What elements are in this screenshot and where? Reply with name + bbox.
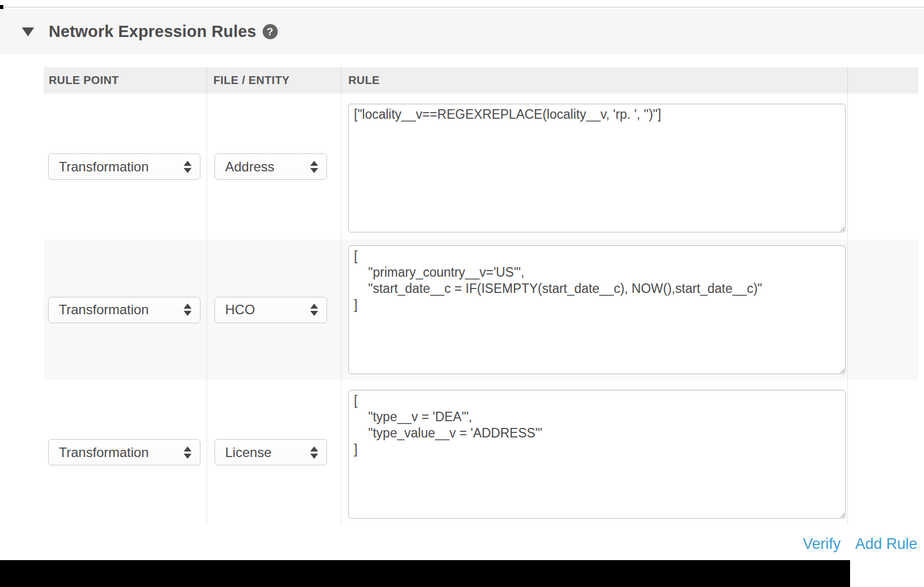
column-header-file-entity: FILE / ENTITY [207, 67, 342, 94]
select-stepper-icon [310, 304, 318, 316]
select-stepper-icon [184, 161, 192, 173]
file-entity-select[interactable]: Address [214, 153, 327, 180]
network-expression-rules-page: Network Expression Rules ? RULE POINT FI… [0, 0, 924, 587]
rule-point-select-value: Transformation [59, 159, 149, 175]
file-entity-select[interactable]: License [214, 439, 327, 465]
top-divider-strip [0, 0, 924, 8]
rule-expression-textarea[interactable]: [ "type__v = 'DEA'", "type_value__v = 'A… [348, 390, 846, 519]
file-entity-cell: Address [207, 94, 342, 240]
rule-point-cell: Transformation [44, 240, 207, 380]
rule-point-select[interactable]: Transformation [48, 153, 200, 180]
rule-expression-textarea[interactable]: [ "primary_country__v='US'", "start_date… [348, 245, 846, 374]
rule-point-select-value: Transformation [59, 445, 149, 460]
verify-link[interactable]: Verify [802, 535, 841, 553]
rule-point-select-value: Transformation [59, 302, 149, 318]
column-header-empty [848, 67, 918, 94]
file-entity-select[interactable]: HCO [214, 297, 327, 323]
rule-cell: [ "type__v = 'DEA'", "type_value__v = 'A… [342, 380, 848, 525]
rule-point-select[interactable]: Transformation [48, 297, 200, 323]
row-action-cell [848, 380, 918, 525]
select-stepper-icon [184, 304, 192, 316]
section-title: Network Expression Rules [49, 22, 256, 41]
select-stepper-icon [310, 446, 318, 459]
collapse-triangle-icon[interactable] [22, 27, 34, 36]
file-entity-cell: License [207, 380, 342, 525]
table-header-row: RULE POINT FILE / ENTITY RULE [44, 67, 918, 94]
column-header-rule-point: RULE POINT [44, 67, 207, 94]
file-entity-select-value: HCO [225, 302, 255, 318]
expression-rules-table: RULE POINT FILE / ENTITY RULE Transforma… [44, 67, 918, 525]
row-action-cell [848, 94, 918, 240]
row-action-cell [848, 240, 918, 380]
rule-point-cell: Transformation [44, 380, 207, 525]
table-row: Transformation License [ [44, 380, 918, 525]
file-entity-select-value: Address [225, 159, 274, 175]
file-entity-cell: HCO [207, 240, 342, 380]
rule-point-cell: Transformation [44, 94, 207, 240]
table-body: Transformation Address ["lo [44, 94, 918, 525]
add-rule-link[interactable]: Add Rule [855, 535, 917, 553]
file-entity-select-value: License [225, 445, 272, 460]
column-header-rule: RULE [342, 67, 848, 94]
bottom-bar [0, 560, 850, 587]
table-row: Transformation Address ["lo [44, 94, 918, 240]
rule-cell: [ "primary_country__v='US'", "start_date… [342, 240, 848, 380]
rule-cell: ["locality__v==REGEXREPLACE(locality__v,… [342, 94, 848, 240]
rule-expression-textarea[interactable]: ["locality__v==REGEXREPLACE(locality__v,… [348, 104, 846, 232]
table-row: Transformation HCO [ "p [44, 240, 918, 380]
select-stepper-icon [184, 446, 192, 459]
select-stepper-icon [310, 161, 318, 173]
rule-point-select[interactable]: Transformation [48, 439, 200, 465]
section-header: Network Expression Rules ? [0, 9, 924, 54]
help-icon[interactable]: ? [263, 24, 278, 39]
table-actions: Verify Add Rule [802, 535, 917, 553]
